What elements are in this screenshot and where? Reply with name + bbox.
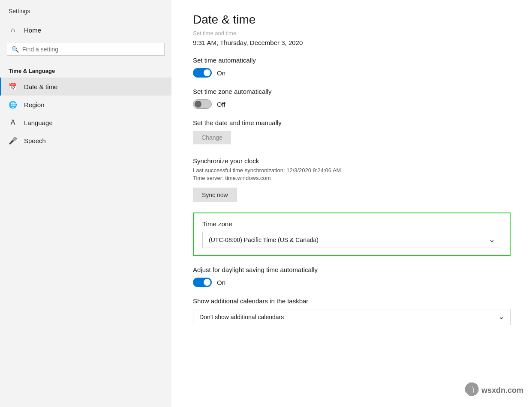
language-icon: A [9,118,17,127]
sidebar-item-region[interactable]: 🌐 Region [0,96,171,114]
app-title: Settings [0,0,171,21]
calendars-label: Show additional calendars in the taskbar [193,297,511,305]
sidebar-item-date-time[interactable]: 📅 Date & time [0,78,171,96]
daylight-toggle[interactable] [193,278,212,287]
sync-now-button[interactable]: Sync now [193,188,237,202]
daylight-toggle-row: On [193,278,511,287]
calendars-select[interactable]: Don't show additional calendars [193,309,511,325]
timezone-select-wrapper[interactable]: (UTC-08:00) Pacific Time (US & Canada) [202,232,501,248]
watermark: 🅐 wsxdn.com [465,383,523,398]
scroll-hint: Set time and time [193,30,511,36]
main-content: Date & time Set time and time 9:31 AM, T… [171,0,532,407]
watermark-logo: 🅐 [465,383,479,398]
sync-info-1: Last successful time synchronization: 12… [193,167,511,174]
nav-label-language: Language [24,119,53,126]
set-timezone-auto-state: Off [217,101,225,108]
daylight-section: Adjust for daylight saving time automati… [193,266,511,287]
section-header: Time & Language [0,63,171,78]
watermark-text: wsxdn.com [481,386,523,395]
sidebar-item-language[interactable]: A Language [0,114,171,132]
sidebar: Settings ⌂ Home 🔍 Time & Language 📅 Date… [0,0,171,407]
sync-section: Synchronize your clock Last successful t… [193,157,511,202]
toggle-thumb-daylight [204,279,210,286]
nav-label-speech: Speech [24,137,46,144]
calendars-select-wrapper[interactable]: Don't show additional calendars [193,309,511,325]
daylight-label: Adjust for daylight saving time automati… [193,266,511,273]
home-label: Home [24,27,41,34]
set-time-auto-state: On [217,69,225,77]
sync-title: Synchronize your clock [193,157,511,165]
search-icon: 🔍 [12,46,19,53]
date-time-icon: 📅 [9,82,17,91]
search-input[interactable] [22,46,160,53]
timezone-section: Time zone (UTC-08:00) Pacific Time (US &… [193,212,511,256]
page-title: Date & time [193,13,511,27]
sidebar-item-speech[interactable]: 🎤 Speech [0,132,171,150]
home-icon: ⌂ [9,26,17,34]
daylight-state: On [217,279,225,286]
change-button[interactable]: Change [193,131,231,144]
timezone-select[interactable]: (UTC-08:00) Pacific Time (US & Canada) [202,232,501,248]
current-datetime: 9:31 AM, Thursday, December 3, 2020 [193,39,511,46]
toggle-thumb-time-auto [204,69,210,76]
set-time-auto-row: On [193,68,511,78]
timezone-label: Time zone [202,220,501,227]
set-time-auto-toggle[interactable] [193,68,212,78]
search-box[interactable]: 🔍 [7,43,165,56]
sync-info-2: Time server: time.windows.com [193,175,511,181]
set-timezone-auto-toggle[interactable] [193,99,212,109]
sidebar-home[interactable]: ⌂ Home [0,21,171,39]
nav-label-region: Region [24,101,45,108]
manual-label: Set the date and time manually [193,119,511,126]
set-time-auto-label: Set time automatically [193,57,511,64]
nav-label-date-time: Date & time [24,83,57,90]
toggle-thumb-timezone-auto [195,101,201,108]
set-timezone-auto-row: Off [193,99,511,109]
speech-icon: 🎤 [9,136,17,145]
calendars-section: Show additional calendars in the taskbar… [193,297,511,325]
region-icon: 🌐 [9,100,17,109]
set-timezone-auto-label: Set time zone automatically [193,88,511,95]
